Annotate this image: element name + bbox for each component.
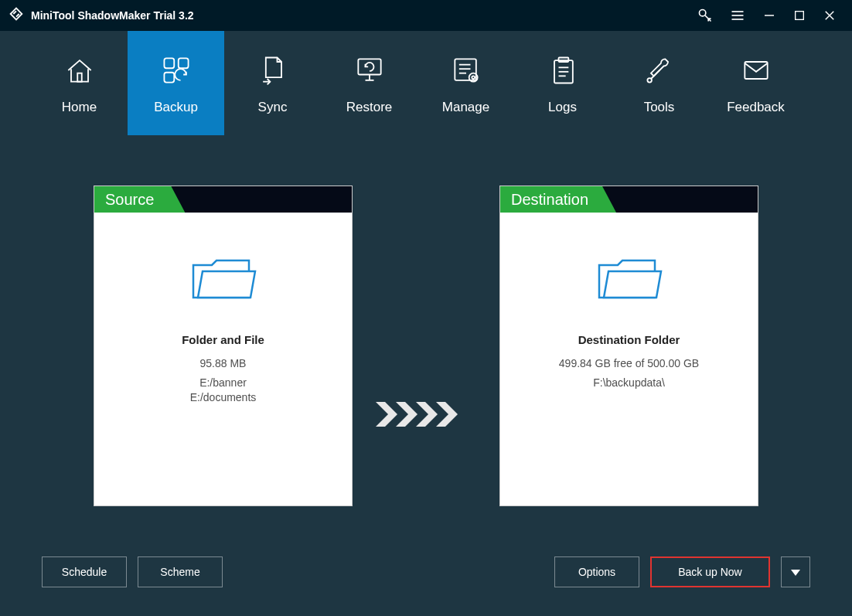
destination-size: 499.84 GB free of 500.00 GB (559, 357, 699, 369)
source-header: Source (94, 186, 352, 213)
key-icon[interactable] (697, 8, 713, 23)
svg-marker-31 (416, 402, 438, 427)
svg-marker-30 (396, 402, 417, 427)
tools-icon (641, 52, 678, 89)
nav-label: Feedback (727, 100, 785, 115)
nav-label: Manage (442, 100, 489, 115)
nav-label: Home (62, 100, 97, 115)
maximize-icon[interactable] (793, 9, 806, 22)
titlebar-left: MiniTool ShadowMaker Trial 3.2 (8, 5, 194, 26)
nav-tools[interactable]: Tools (611, 31, 707, 135)
svg-marker-33 (791, 570, 800, 576)
backup-panels-row: Source Folder and File 95.88 MB E:/banne… (0, 185, 852, 506)
folder-icon (189, 251, 258, 308)
source-path-2: E:/documents (190, 390, 257, 405)
minimize-icon[interactable] (762, 9, 776, 22)
svg-point-0 (700, 10, 706, 16)
backup-dropdown-button[interactable] (781, 556, 810, 587)
restore-icon (351, 52, 388, 89)
app-logo-icon (8, 5, 25, 26)
source-body: Folder and File 95.88 MB E:/banner E:/do… (94, 213, 352, 405)
svg-point-20 (472, 76, 475, 79)
nav-label: Tools (644, 100, 675, 115)
logs-icon (544, 52, 581, 89)
destination-panel[interactable]: Destination Destination Folder 499.84 GB… (499, 185, 758, 506)
svg-rect-28 (745, 62, 767, 79)
sync-icon (254, 52, 291, 89)
home-icon (61, 52, 98, 89)
svg-marker-32 (436, 402, 458, 427)
nav-spacer (0, 31, 31, 135)
manage-icon (448, 52, 485, 89)
svg-rect-10 (178, 58, 188, 68)
destination-tab: Destination (500, 186, 616, 213)
close-icon[interactable] (823, 9, 837, 22)
bottom-bar: Schedule Scheme Options Back up Now (0, 527, 852, 616)
backup-now-button[interactable]: Back up Now (650, 556, 770, 587)
source-tab: Source (94, 186, 185, 213)
svg-rect-12 (358, 59, 380, 74)
destination-header: Destination (500, 186, 758, 213)
titlebar-controls (697, 8, 844, 23)
caret-down-icon (791, 565, 800, 579)
backup-icon (158, 52, 195, 89)
scheme-button[interactable]: Scheme (138, 556, 223, 587)
destination-title: Destination Folder (578, 333, 680, 346)
nav-sync[interactable]: Sync (224, 31, 321, 135)
nav-restore[interactable]: Restore (321, 31, 417, 135)
chevrons-icon (376, 399, 476, 433)
nav-label: Sync (258, 100, 288, 115)
svg-rect-5 (796, 12, 804, 20)
svg-marker-29 (376, 402, 397, 427)
destination-body: Destination Folder 499.84 GB free of 500… (500, 213, 758, 390)
svg-rect-8 (77, 73, 82, 81)
svg-rect-9 (164, 58, 174, 68)
nav-feedback[interactable]: Feedback (707, 31, 804, 135)
folder-icon (595, 251, 664, 308)
options-button[interactable]: Options (554, 556, 639, 587)
svg-point-27 (647, 78, 652, 83)
nav-home[interactable]: Home (31, 31, 128, 135)
nav-manage[interactable]: Manage (417, 31, 514, 135)
nav-backup[interactable]: Backup (128, 31, 224, 135)
nav-label: Backup (154, 100, 198, 115)
feedback-icon (738, 52, 775, 89)
app-title: MiniTool ShadowMaker Trial 3.2 (31, 9, 194, 22)
svg-rect-11 (164, 72, 174, 82)
nav-label: Restore (346, 100, 393, 115)
source-title: Folder and File (182, 333, 264, 346)
source-path-1: E:/banner (199, 376, 247, 390)
menu-icon[interactable] (730, 8, 745, 23)
schedule-button[interactable]: Schedule (42, 556, 127, 587)
main-nav: Home Backup Sync Restore Manage Logs (0, 31, 852, 135)
main-content: Source Folder and File 95.88 MB E:/banne… (0, 135, 852, 616)
nav-label: Logs (548, 100, 577, 115)
source-size: 95.88 MB (200, 357, 247, 369)
titlebar: MiniTool ShadowMaker Trial 3.2 (0, 0, 852, 31)
destination-path: F:\backupdata\ (593, 376, 665, 390)
source-panel[interactable]: Source Folder and File 95.88 MB E:/banne… (94, 185, 353, 506)
nav-logs[interactable]: Logs (514, 31, 611, 135)
